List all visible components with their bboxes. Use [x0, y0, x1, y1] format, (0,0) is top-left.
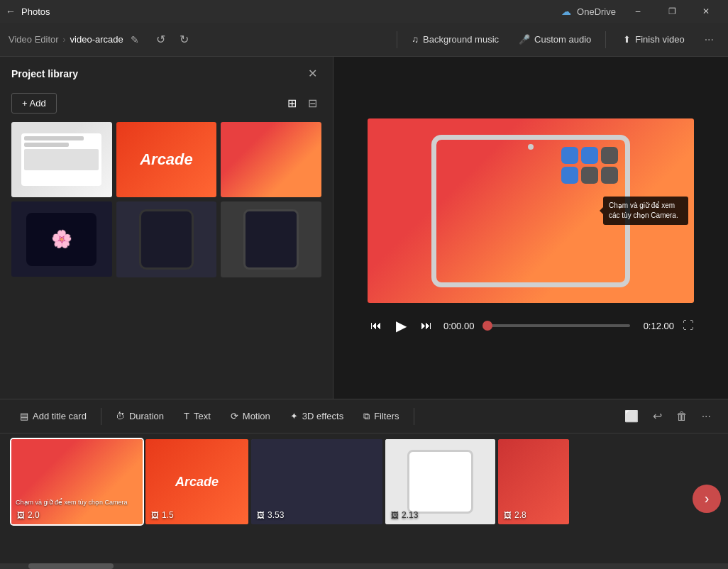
restore-button[interactable]: ❐	[656, 0, 688, 23]
text-button[interactable]: T Text	[175, 407, 219, 426]
text-icon: T	[184, 411, 189, 421]
custom-audio-button[interactable]: 🎤 Custom audio	[510, 30, 600, 49]
add-title-card-button[interactable]: ▤ Add title card	[11, 407, 95, 426]
toolbar-more-button[interactable]: ···	[699, 29, 719, 50]
close-button[interactable]: ✕	[690, 0, 722, 23]
media-grid: Arcade 🌸	[0, 122, 333, 277]
timeline-item-3[interactable]: 🖼 3.53	[251, 439, 382, 524]
preview-tooltip-text: Chạm và giữ để xem các tùy chọn Camera.	[609, 201, 678, 219]
finish-video-button[interactable]: ⬆ Finish video	[612, 30, 695, 49]
export-icon: ⬆	[623, 34, 631, 45]
add-media-button[interactable]: + Add	[11, 93, 57, 114]
timeline-item-1-duration: 🖼 2.0	[17, 510, 40, 520]
delete-clip-button[interactable]: 🗑	[671, 406, 693, 427]
onedrive-icon: ☁	[561, 6, 571, 17]
main-content: Project library ✕ + Add ⊞ ⊟	[0, 57, 728, 399]
effects-3d-button[interactable]: ✦ 3D effects	[282, 407, 352, 426]
title-card-icon: ▤	[20, 411, 28, 421]
breadcrumb: Video Editor › video-arcade ✎	[9, 31, 142, 48]
breadcrumb-app[interactable]: Video Editor	[9, 34, 59, 45]
background-music-button[interactable]: ♫ Background music	[403, 30, 507, 49]
title-bar: ← Photos ☁ OneDrive – ❐ ✕	[0, 0, 728, 23]
timeline-container: Chạm và giữ để xem tùy chọn Camera 🖼 2.0…	[0, 433, 728, 563]
timeline-more-button[interactable]: ···	[696, 406, 717, 427]
library-header: Project library ✕	[0, 57, 333, 90]
large-grid-view-button[interactable]: ⊟	[304, 94, 321, 113]
media-item-5[interactable]	[116, 201, 217, 277]
duration-label: Duration	[129, 411, 164, 421]
progress-bar[interactable]	[487, 324, 630, 327]
undo-button[interactable]: ↺	[150, 28, 171, 50]
duration-button[interactable]: ⏱ Duration	[107, 407, 172, 426]
grid-view-button[interactable]: ⊞	[283, 94, 301, 113]
app-title: Photos	[21, 6, 50, 17]
playback-controls: ⏮ ▶ ⏭ 0:00.00 0:12.00 ⛶	[368, 314, 694, 337]
library-close-button[interactable]: ✕	[304, 65, 321, 82]
timeline: Chạm và giữ để xem tùy chọn Camera 🖼 2.0…	[0, 433, 728, 530]
redo-button[interactable]: ↻	[174, 28, 194, 50]
timeline-item-4-duration: 🖼 2.13	[391, 510, 418, 520]
total-time: 0:12.00	[639, 321, 674, 331]
finish-video-label: Finish video	[635, 34, 684, 45]
custom-audio-label: Custom audio	[534, 34, 591, 45]
text-label: Text	[194, 411, 211, 421]
timeline-item-5-duration: 🖼 2.8	[504, 510, 526, 520]
motion-label: Motion	[243, 411, 270, 421]
bottom-section: ▤ Add title card ⏱ Duration T Text ⟳ Mot…	[0, 399, 728, 569]
fullscreen-button[interactable]: ⛶	[683, 319, 694, 332]
timeline-next-button[interactable]: ›	[693, 485, 721, 513]
audio-icon: 🎤	[519, 34, 530, 45]
media-item-1[interactable]	[11, 122, 112, 197]
edit-separator-2	[414, 408, 414, 425]
toolbar-divider-1	[397, 31, 397, 48]
timeline-item-1[interactable]: Chạm và giữ để xem tùy chọn Camera 🖼 2.0	[11, 439, 143, 524]
project-library: Project library ✕ + Add ⊞ ⊟	[0, 57, 333, 399]
minimize-button[interactable]: –	[622, 0, 654, 23]
play-button[interactable]: ▶	[393, 314, 409, 337]
timeline-item-5[interactable]: 🖼 2.8	[498, 439, 569, 524]
crop-button[interactable]: ⬜	[619, 405, 644, 427]
video-preview-panel: Chạm và giữ để xem các tùy chọn Camera. …	[333, 57, 728, 399]
media-item-3[interactable]	[221, 122, 321, 197]
effects-label: 3D effects	[302, 411, 343, 421]
timeline-item-3-duration: 🖼 3.53	[257, 510, 284, 520]
view-toggle: ⊞ ⊟	[283, 94, 321, 113]
edit-project-name-icon[interactable]: ✎	[128, 31, 142, 48]
back-icon[interactable]: ←	[6, 6, 16, 17]
timeline-item-2-duration: 🖼 1.5	[151, 510, 174, 520]
filters-button[interactable]: ⧉ Filters	[355, 407, 407, 426]
library-title: Project library	[11, 68, 78, 79]
timeline-item-2[interactable]: Arcade 🖼 1.5	[145, 439, 248, 524]
motion-button[interactable]: ⟳ Motion	[222, 407, 279, 426]
preview-container: Chạm và giữ để xem các tùy chọn Camera.	[368, 118, 694, 303]
timeline-item-4[interactable]: 🖼 2.13	[385, 439, 495, 524]
add-title-card-label: Add title card	[33, 411, 87, 421]
music-icon: ♫	[412, 34, 419, 45]
rotate-button[interactable]: ↩	[647, 405, 668, 427]
timeline-scrollbar[interactable]	[0, 563, 728, 569]
app-toolbar: Video Editor › video-arcade ✎ ↺ ↻ ♫ Back…	[0, 23, 728, 57]
edit-separator-1	[101, 408, 101, 425]
media-item-6[interactable]	[221, 201, 321, 277]
rewind-button[interactable]: ⏮	[368, 316, 385, 335]
media-item-2[interactable]: Arcade	[116, 122, 217, 197]
media-item-4[interactable]: 🌸	[11, 201, 112, 277]
filters-label: Filters	[374, 411, 399, 421]
onedrive-label: OneDrive	[577, 6, 616, 17]
motion-icon: ⟳	[231, 411, 238, 421]
background-music-label: Background music	[423, 34, 499, 45]
progress-thumb[interactable]	[482, 321, 492, 331]
project-name: video-arcade	[70, 34, 123, 45]
title-bar-left: ← Photos ☁ OneDrive	[6, 6, 616, 17]
toolbar-divider-2	[605, 31, 606, 48]
edit-toolbar: ▤ Add title card ⏱ Duration T Text ⟳ Mot…	[0, 399, 728, 433]
step-forward-button[interactable]: ⏭	[418, 316, 435, 335]
duration-icon: ⏱	[116, 411, 125, 421]
current-time: 0:00.00	[443, 321, 479, 331]
breadcrumb-separator: ›	[63, 35, 66, 45]
library-toolbar: + Add ⊞ ⊟	[0, 90, 333, 122]
filters-icon: ⧉	[363, 411, 370, 422]
scrollbar-thumb[interactable]	[28, 563, 114, 569]
effects-icon: ✦	[290, 411, 298, 421]
window-controls: – ❐ ✕	[622, 0, 722, 23]
